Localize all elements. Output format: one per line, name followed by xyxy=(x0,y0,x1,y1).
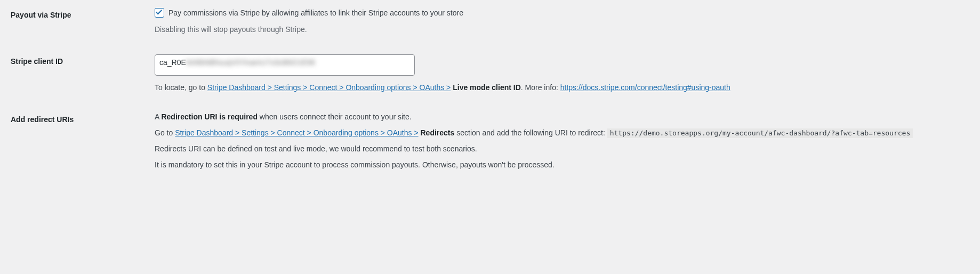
stripe-dashboard-oauths-link-2[interactable]: Stripe Dashboard > Settings > Connect > … xyxy=(175,128,418,137)
row-payout-via-stripe: Payout via Stripe Pay commissions via St… xyxy=(0,0,980,46)
redirects-strong: Redirects xyxy=(421,128,455,137)
payout-via-stripe-description: Disabling this will stop payouts through… xyxy=(155,24,969,36)
payout-via-stripe-checkbox-label: Pay commissions via Stripe by allowing a… xyxy=(168,9,463,17)
text: when users connect their account to your… xyxy=(258,112,412,121)
redirect-uris-p3: Redirects URI can be defined on test and… xyxy=(155,144,969,153)
redirection-uri-required-strong: Redirection URI is required xyxy=(161,112,257,121)
desc-text: . More info: xyxy=(521,83,560,92)
desc-text: To locate, go to xyxy=(155,83,207,92)
stripe-docs-link[interactable]: https://docs.stripe.com/connect/testing#… xyxy=(560,83,730,92)
live-mode-client-id-strong: Live mode client ID xyxy=(453,83,521,92)
payout-via-stripe-checkbox-wrap[interactable]: Pay commissions via Stripe by allowing a… xyxy=(155,8,463,18)
text: Go to xyxy=(155,128,175,137)
redirect-uris-p2: Go to Stripe Dashboard > Settings > Conn… xyxy=(155,128,969,137)
row-stripe-client-id: Stripe client ID ca_R0ENrMbNBhsuqV0Yinam… xyxy=(0,46,980,104)
settings-table: Payout via Stripe Pay commissions via St… xyxy=(0,0,980,180)
stripe-dashboard-oauths-link[interactable]: Stripe Dashboard > Settings > Connect > … xyxy=(207,83,451,92)
stripe-client-id-input-wrap: ca_R0ENrMbNBhsuqV0YinamU7x3c86iO1E96 xyxy=(155,54,415,76)
label-payout-via-stripe: Payout via Stripe xyxy=(0,0,155,46)
payout-via-stripe-checkbox[interactable] xyxy=(155,8,164,18)
text: A xyxy=(155,112,161,121)
stripe-client-id-description: To locate, go to Stripe Dashboard > Sett… xyxy=(155,82,969,94)
label-stripe-client-id: Stripe client ID xyxy=(0,46,155,104)
redirect-uris-p4: It is mandatory to set this in your Stri… xyxy=(155,160,969,169)
redirect-uri-code: https://demo.storeapps.org/my-account/af… xyxy=(607,128,913,138)
row-add-redirect-uris: Add redirect URIs A Redirection URI is r… xyxy=(0,104,980,180)
label-add-redirect-uris: Add redirect URIs xyxy=(0,104,155,180)
text: section and add the following URI to red… xyxy=(454,128,607,137)
redirect-uris-p1: A Redirection URI is required when users… xyxy=(155,112,969,121)
stripe-client-id-input[interactable] xyxy=(155,54,415,76)
